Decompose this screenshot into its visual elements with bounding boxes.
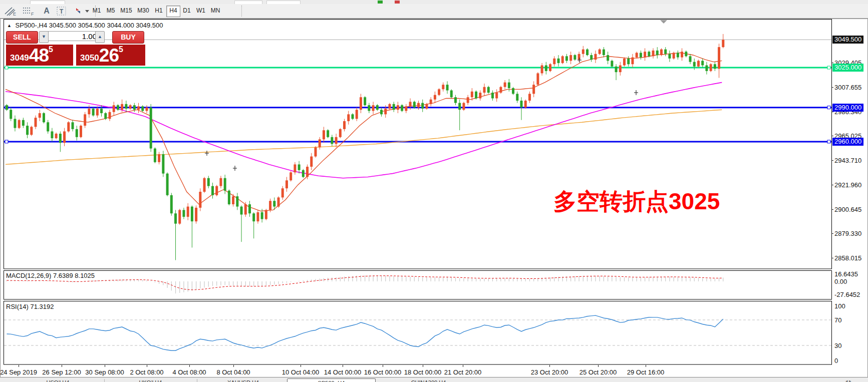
price-tick-label: 3007.655 — [834, 84, 861, 91]
current-price-badge: 3049.500 — [832, 36, 863, 44]
clipped-green-icon — [378, 1, 383, 4]
price-tick — [831, 112, 833, 112]
tab-separator — [104, 379, 105, 382]
price-tick-label: 2879.330 — [834, 230, 861, 237]
toolbar-separator — [241, 6, 242, 17]
drawing-toolbar: E F A T M1M5M15M30H1H4D1 — [0, 4, 868, 19]
sell-price-sup: 5 — [49, 46, 53, 54]
buy-quote-panel[interactable]: 3050 26 5 — [76, 45, 145, 66]
time-tick — [646, 365, 646, 367]
chart-header: ▲ SP500-,H4 3045.500 3054.500 3044.000 3… — [7, 22, 163, 29]
price-tick — [831, 209, 833, 210]
collapse-triangle-icon[interactable]: ▲ — [7, 23, 12, 28]
volume-down-button[interactable]: ▼ — [39, 31, 49, 43]
equidistant-channel-icon[interactable]: E — [4, 5, 20, 17]
time-axis-label: 10 Oct 04:00 — [282, 368, 319, 376]
price-tick-label: 2858.015 — [834, 254, 861, 261]
timeframe-button-h4[interactable]: H4 — [166, 6, 180, 17]
time-axis-label: 8 Oct 04:00 — [216, 368, 250, 376]
timeframe-button-w1[interactable]: W1 — [194, 6, 207, 16]
rsi-indicator-panel[interactable] — [0, 301, 868, 365]
price-tick — [831, 136, 833, 136]
text-label-icon[interactable]: A — [40, 5, 53, 17]
price-tick — [831, 233, 833, 234]
timeframe-button-m30[interactable]: M30 — [135, 6, 151, 16]
time-tick — [463, 365, 463, 367]
rsi-axis-label: 70 — [834, 316, 841, 324]
symbol-tab-xauusd[interactable]: XAUUSD,H4 — [199, 378, 287, 382]
clipped-red-icon — [395, 1, 400, 4]
fibonacci-retracement-icon[interactable]: F — [22, 5, 38, 17]
trading-platform-window: E F A T M1M5M15M30H1H4D1 — [0, 0, 868, 382]
time-tick — [62, 365, 62, 367]
price-tick-label: 2921.960 — [834, 181, 861, 189]
text-box-icon[interactable]: T — [56, 5, 71, 17]
level-2990-badge: 2990.000 — [832, 104, 863, 112]
time-tick — [598, 365, 599, 367]
rsi-axis-label: 100 — [834, 302, 845, 310]
time-axis-label: 14 Oct 00:00 — [324, 368, 361, 376]
timeframe-button-h1[interactable]: H1 — [152, 6, 165, 16]
sell-quote-panel[interactable]: 3049 48 5 — [6, 45, 73, 66]
macd-axis-label: 16.6435 — [834, 270, 858, 278]
volume-input[interactable] — [48, 31, 99, 41]
timeframe-button-m5[interactable]: M5 — [104, 6, 117, 16]
timeframe-button-m1[interactable]: M1 — [90, 6, 103, 16]
time-tick — [549, 365, 550, 367]
svg-text:F: F — [31, 12, 34, 16]
price-tick — [831, 160, 833, 161]
time-axis-label: 26 Sep 12:00 — [42, 368, 81, 376]
tab-scroll-arrows[interactable]: ◂ ▸ — [845, 378, 851, 382]
time-axis-label: 4 Oct 08:00 — [172, 368, 206, 376]
sell-price-big: 48 — [29, 47, 49, 65]
svg-text:T: T — [60, 8, 64, 15]
time-axis-label: 30 Sep 08:00 — [85, 368, 124, 376]
price-tick — [831, 87, 833, 88]
time-axis-label: 23 Oct 20:00 — [531, 368, 568, 376]
time-tick — [105, 365, 105, 367]
rsi-axis-label: 0 — [834, 357, 838, 364]
timeframe-button-m15[interactable]: M15 — [118, 6, 134, 16]
rsi-label: RSI(14) 71.3192 — [6, 303, 54, 310]
macd-axis-label: 0.00 — [834, 278, 847, 285]
symbol-tab-usoil[interactable]: USOil,H4 — [14, 378, 102, 382]
time-axis-label: 18 Oct 00:00 — [404, 368, 441, 376]
ohlc-values: 3045.500 3054.500 3044.000 3049.500 — [49, 22, 163, 29]
time-tick — [423, 365, 423, 367]
buy-button[interactable]: BUY — [112, 31, 144, 44]
level-2960-badge: 2960.000 — [832, 138, 863, 146]
time-tick — [147, 365, 147, 367]
symbol-tab-china300[interactable]: CHINA300,H4 — [380, 378, 477, 382]
symbol-timeframe-label: SP500-,H4 — [16, 22, 48, 29]
time-axis-label: 24 Sep 2019 — [0, 368, 37, 376]
timeframe-button-d1[interactable]: D1 — [180, 6, 193, 16]
symbol-tab-ukoil[interactable]: UKOil,H4 — [107, 378, 194, 382]
svg-text:E: E — [13, 12, 16, 16]
price-tick — [831, 63, 833, 63]
arrow-objects-icon[interactable] — [73, 5, 92, 17]
time-axis-label: 21 Oct 20:00 — [444, 368, 481, 376]
time-axis-label: 16 Oct 00:00 — [364, 368, 401, 376]
buy-price-big: 26 — [99, 47, 119, 65]
macd-indicator-panel[interactable] — [0, 270, 868, 300]
buy-price-prefix: 3050 — [80, 52, 99, 65]
time-axis-label: 2 Oct 08:00 — [130, 368, 163, 376]
symbol-tab-bar: USOil,H4UKOil,H4XAUUSD,H4SP500-,H4CHINA3… — [0, 377, 868, 382]
symbol-tab-sp500-[interactable]: SP500-,H4 — [287, 378, 376, 382]
timeframe-button-mn[interactable]: MN — [208, 6, 222, 16]
macd-label: MACD(12,26,9) 7.6389 8.1025 — [6, 272, 95, 279]
volume-up-button[interactable]: ▲ — [95, 31, 105, 43]
price-tick-label: 2900.645 — [834, 205, 861, 213]
price-tick — [831, 185, 833, 185]
chart-annotation-text[interactable]: 多空转折点3025 — [553, 186, 720, 217]
time-tick — [19, 365, 19, 367]
time-axis-label: 25 Oct 20:00 — [580, 368, 617, 376]
buy-price-sup: 5 — [119, 46, 123, 54]
price-tick — [831, 258, 833, 258]
rsi-axis-label: 30 — [834, 342, 841, 349]
sell-button[interactable]: SELL — [6, 31, 38, 44]
time-axis-label: 29 Oct 16:00 — [627, 368, 664, 376]
macd-axis-label: -27.6452 — [834, 290, 860, 298]
time-tick — [233, 365, 234, 367]
price-tick-label: 2943.710 — [834, 156, 861, 164]
